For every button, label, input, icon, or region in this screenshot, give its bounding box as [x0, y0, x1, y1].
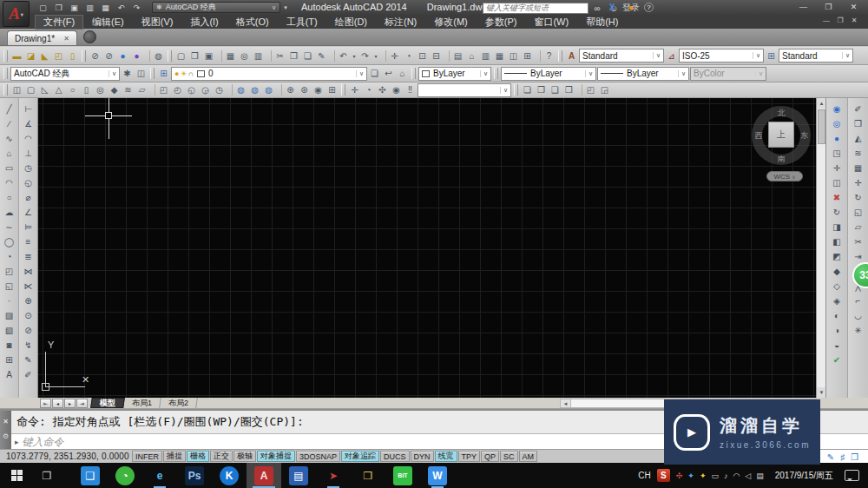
ellipse-arc-icon[interactable]: ◔	[2, 250, 16, 263]
sogou-ime-icon[interactable]: S	[657, 469, 670, 482]
status-toggle[interactable]: 线宽	[435, 451, 457, 462]
task-view-button[interactable]: ❐	[33, 470, 61, 482]
menu-item[interactable]: 窗口(W)	[525, 15, 577, 30]
hide-icon[interactable]: ⊘	[89, 49, 102, 63]
status-toggle[interactable]: 3DOSNAP	[296, 451, 340, 462]
extrude-icon[interactable]: ◰	[157, 83, 170, 96]
extend-icon[interactable]: ⇥	[851, 250, 865, 263]
extrude-faces-icon[interactable]: ◳	[830, 147, 845, 160]
3d-views-icon[interactable]: ◣	[38, 49, 51, 63]
toolbar-grip[interactable]	[3, 68, 8, 79]
sphere-icon[interactable]: ○	[66, 83, 79, 96]
taskbar-app-thunder[interactable]: ➤	[316, 463, 351, 488]
dimension-break-icon[interactable]: ⋉	[21, 280, 36, 293]
viewcube-west-label[interactable]: 西	[752, 130, 766, 142]
dim-style-icon[interactable]: ⊿	[665, 49, 678, 63]
cylinder-icon[interactable]: ▯	[80, 83, 93, 96]
copy-faces-icon[interactable]: ◧	[830, 235, 845, 248]
trim-icon[interactable]: ✂	[851, 235, 865, 248]
layer-on-bulb-icon[interactable]: ●	[174, 69, 179, 78]
layout-tab[interactable]: 布局2	[160, 398, 198, 408]
region-icon[interactable]: ◙	[2, 339, 16, 352]
taskbar-app-explorer[interactable]: ❒	[351, 463, 385, 488]
status-toggle[interactable]: 栅格	[187, 451, 209, 462]
vertical-scroll-thumb[interactable]	[818, 109, 825, 144]
taskbar-app-wps[interactable]: W	[420, 463, 455, 488]
search-input[interactable]	[483, 3, 589, 14]
menu-item[interactable]: 格式(O)	[227, 15, 278, 30]
battery-icon[interactable]: ▭	[711, 472, 719, 480]
quick-dimension-icon[interactable]: ⊨	[21, 221, 36, 234]
search-binoculars-icon[interactable]: ∞	[591, 3, 603, 13]
help-icon[interactable]: ?	[542, 49, 556, 63]
bring-to-front-icon[interactable]: ❏	[521, 83, 534, 96]
qat-plot-icon[interactable]: ▦	[99, 2, 112, 13]
toolbar-icon[interactable]	[145, 50, 150, 62]
intersect-icon[interactable]: ●	[830, 132, 845, 145]
undo-icon[interactable]: ↶	[337, 49, 350, 63]
erase-icon[interactable]: ✐	[851, 102, 865, 115]
viewcube-east-label[interactable]: 东	[798, 130, 812, 142]
notification-center-icon[interactable]	[845, 470, 859, 481]
plot-icon[interactable]: ▦	[224, 49, 237, 63]
zoom-previous-icon[interactable]: ⊟	[430, 49, 443, 63]
qat-overflow-arrow-icon[interactable]: ▾	[280, 2, 291, 13]
command-window-grip[interactable]: ✕ ⚙	[0, 411, 11, 449]
array-icon[interactable]: ▦	[851, 162, 865, 175]
mirror-icon[interactable]: ◭	[851, 132, 865, 145]
box-icon[interactable]: ▢	[24, 83, 37, 96]
rectangle-icon[interactable]: ▭	[2, 162, 16, 175]
status-toggle[interactable]: 正交	[210, 451, 233, 462]
menu-item[interactable]: 帮助(H)	[577, 15, 627, 30]
panels-icon[interactable]: ❒	[851, 452, 858, 462]
move-icon[interactable]: ✛	[851, 176, 865, 189]
redo-dropdown-icon[interactable]: ▾	[372, 49, 379, 63]
autocad-app-menu-logo[interactable]: A ▾	[3, 1, 30, 27]
taskbar-clock[interactable]: 2017/9/15/周五	[775, 470, 833, 482]
next-tab-button[interactable]: ▸	[64, 399, 76, 408]
fillet-icon[interactable]: ◡	[851, 309, 865, 322]
save-icon[interactable]: ▣	[202, 49, 215, 63]
toolbar-icon[interactable]	[330, 50, 335, 62]
revision-cloud-icon[interactable]: ☁	[2, 206, 16, 219]
canvas-vertical-scrollbar[interactable]: ▲ ▼	[816, 98, 825, 398]
copy-edges-icon[interactable]: ◆	[830, 265, 845, 278]
diameter-dimension-icon[interactable]: ⌀	[21, 191, 36, 204]
toolbar-grip[interactable]	[494, 68, 498, 79]
scroll-left-arrow-icon[interactable]: ◂	[561, 399, 571, 407]
audio-icon[interactable]: ♪	[724, 472, 728, 480]
new-icon[interactable]: ▢	[174, 49, 187, 63]
constrained-orbit-icon[interactable]: ⊕	[284, 83, 297, 96]
first-tab-button[interactable]: ⇤	[40, 399, 51, 408]
quickcalc-icon[interactable]: ⊞	[521, 49, 534, 63]
menu-item[interactable]: 参数(P)	[477, 15, 526, 30]
angular-dimension-icon[interactable]: ∠	[21, 206, 36, 219]
toolbar-icon[interactable]	[577, 84, 582, 96]
stretch-icon[interactable]: ▱	[851, 221, 865, 234]
copy-icon[interactable]: ❐	[287, 49, 300, 63]
redo-icon[interactable]: ↷	[358, 49, 372, 63]
dim-style-select[interactable]: ISO-25	[679, 49, 764, 63]
create-block-icon[interactable]: ◱	[2, 280, 16, 293]
insert-block-icon[interactable]: ◰	[2, 265, 16, 278]
taskbar-app-contacts[interactable]: ❑	[73, 463, 108, 488]
status-toggle[interactable]: 对象追踪	[341, 451, 379, 462]
status-toggle[interactable]: DYN	[411, 451, 434, 462]
layout-tab[interactable]: 布局1	[123, 398, 161, 408]
status-toggle[interactable]: 捕捉	[163, 451, 186, 462]
helix-icon[interactable]: ≋	[122, 83, 135, 96]
plot-preview-icon[interactable]: ◎	[238, 49, 251, 63]
paste-icon[interactable]: ❏	[301, 49, 314, 63]
circle-icon[interactable]: ○	[2, 191, 16, 204]
status-toggle[interactable]: DUCS	[380, 451, 410, 462]
customize-ui-icon[interactable]: ◫	[135, 67, 148, 80]
offset-icon[interactable]: ≋	[851, 147, 865, 160]
named-views-icon[interactable]: ◪	[24, 49, 37, 63]
materials-sphere-icon[interactable]: ●	[130, 49, 143, 63]
free-orbit-icon[interactable]: ⊛	[298, 83, 311, 96]
text-style-icon[interactable]: A	[565, 49, 578, 63]
ellipse-icon[interactable]: ◯	[2, 235, 16, 248]
toolbar-grip[interactable]	[82, 50, 86, 62]
color-select[interactable]: ByLayer	[418, 67, 491, 81]
taskbar-app-360[interactable]: ◔	[108, 463, 142, 488]
